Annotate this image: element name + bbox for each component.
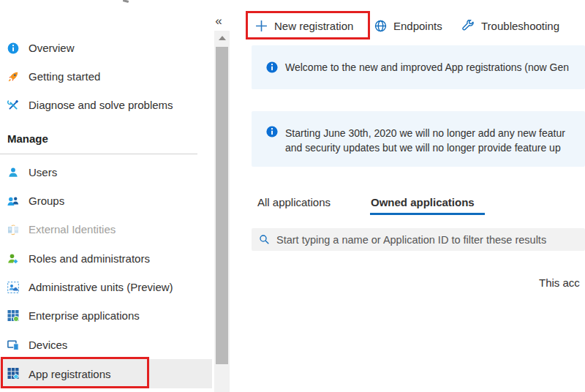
user-icon <box>7 167 19 178</box>
app-registrations-icon <box>7 368 19 380</box>
globe-icon <box>374 20 387 32</box>
plus-icon <box>255 20 268 32</box>
roles-admin-icon <box>7 253 19 265</box>
deprecation-info-banner: Starting June 30th, 2020 we will no long… <box>252 111 585 167</box>
welcome-info-banner: Welcome to the new and improved App regi… <box>252 45 585 89</box>
external-identities-icon <box>7 224 19 235</box>
sidebar-item-devices[interactable]: Devices <box>0 331 208 359</box>
sidebar-item-label: Getting started <box>29 70 100 83</box>
sidebar-item-roles-administrators[interactable]: Roles and administrators <box>0 244 208 273</box>
users-group-icon <box>7 195 19 207</box>
sidebar-item-overview[interactable]: Overview <box>0 34 208 62</box>
sidebar-item-label: Diagnose and solve problems <box>29 99 173 111</box>
active-tab-underline <box>370 213 485 215</box>
info-icon <box>266 126 278 137</box>
troubleshooting-button[interactable]: Troubleshooting <box>462 12 559 39</box>
sidebar-item-getting-started[interactable]: Getting started <box>0 62 208 91</box>
sidebar-divider <box>0 154 197 154</box>
sidebar-item-groups[interactable]: Groups <box>0 186 208 215</box>
welcome-banner-text: Welcome to the new and improved App regi… <box>285 60 569 75</box>
sidebar-scrollbar-thumb[interactable] <box>216 47 228 364</box>
triangle-up-icon <box>219 36 226 40</box>
sidebar-item-app-registrations[interactable]: App registrations <box>0 359 212 388</box>
tools-icon <box>7 99 19 111</box>
troubleshooting-label: Troubleshooting <box>481 20 559 32</box>
deprecation-banner-line1: Starting June 30th, 2020 we will no long… <box>285 126 565 140</box>
info-icon <box>266 61 278 73</box>
deprecation-banner-line2: and security updates but we will no long… <box>285 140 565 155</box>
devices-icon <box>7 339 19 351</box>
sidebar-item-label: Devices <box>29 339 67 351</box>
sidebar-section-manage: Manage <box>7 132 48 145</box>
sidebar-item-label: Overview <box>29 42 75 54</box>
new-registration-button[interactable]: New registration <box>255 12 353 39</box>
endpoints-label: Endpoints <box>393 20 442 32</box>
empty-state-text: This acc <box>539 276 580 289</box>
deprecation-banner-text: Starting June 30th, 2020 we will no long… <box>285 126 565 155</box>
sidebar-item-administrative-units[interactable]: Administrative units (Preview) <box>0 273 208 301</box>
chevron-double-left-icon: « <box>215 14 222 28</box>
info-icon <box>7 42 19 54</box>
sidebar-item-external-identities[interactable]: External Identities <box>0 215 208 244</box>
sidebar-item-label: Administrative units (Preview) <box>29 281 173 293</box>
sidebar-item-label: External Identities <box>29 223 116 235</box>
admin-units-icon <box>7 282 19 293</box>
application-filter-searchbox[interactable] <box>252 228 585 251</box>
wrench-icon <box>462 20 475 32</box>
sidebar-collapse-button[interactable]: « <box>211 13 227 29</box>
tab-owned-applications[interactable]: Owned applications <box>371 196 475 208</box>
sidebar-item-label: Enterprise applications <box>29 309 140 322</box>
scrollbar-up-button[interactable] <box>214 31 230 45</box>
sidebar-item-users[interactable]: Users <box>0 158 208 186</box>
sidebar-item-label: App registrations <box>29 368 111 380</box>
enterprise-apps-icon <box>7 310 19 322</box>
sidebar-item-label: Roles and administrators <box>29 252 150 265</box>
new-registration-label: New registration <box>274 20 353 32</box>
tab-all-applications[interactable]: All applications <box>257 196 331 208</box>
sidebar-item-label: Groups <box>29 195 64 207</box>
search-icon <box>259 234 270 245</box>
sidebar-item-label: Users <box>29 166 57 178</box>
application-filter-input[interactable] <box>276 234 578 246</box>
endpoints-button[interactable]: Endpoints <box>374 12 442 39</box>
sidebar-item-diagnose[interactable]: Diagnose and solve problems <box>0 91 208 119</box>
clipped-page-title-fragment <box>123 0 129 3</box>
rocket-icon <box>7 71 19 83</box>
sidebar-item-enterprise-applications[interactable]: Enterprise applications <box>0 301 208 330</box>
